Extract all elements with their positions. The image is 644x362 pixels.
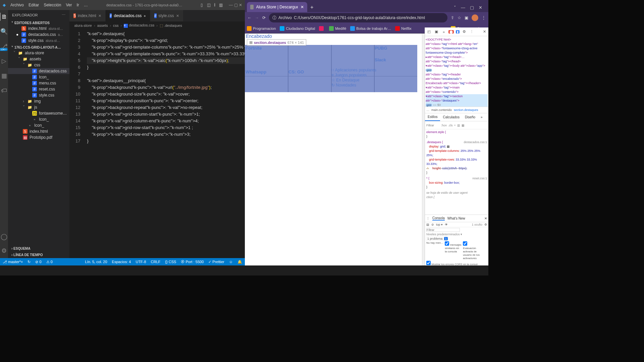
- menu-icon[interactable]: ⋮: [482, 15, 486, 20]
- device-icon[interactable]: ▣: [434, 29, 439, 35]
- status-bell-icon[interactable]: 🔔: [237, 260, 242, 264]
- editor-tab[interactable]: 5index.html✕: [69, 10, 105, 21]
- browser-tab[interactable]: Alura Store | Descargue nuestro… ✕: [247, 2, 307, 12]
- check-similar[interactable]: [445, 241, 449, 246]
- bookmark-item[interactable]: Programacion: [247, 26, 276, 31]
- eye-icon[interactable]: 👁: [445, 223, 448, 226]
- menu-seleccion[interactable]: Selección: [44, 3, 61, 7]
- inspect-icon[interactable]: ◰: [426, 29, 432, 35]
- url-bar[interactable]: ⓘ Archivo C:/Users/ONIX/Desktop/1761-ccs…: [269, 13, 447, 22]
- info-icon[interactable]: ⓘ: [272, 15, 276, 21]
- tree-item[interactable]: #destacados.css: [8, 68, 69, 74]
- log-levels[interactable]: Niveles predeterminados ▾: [426, 233, 487, 236]
- bookmark-item[interactable]: Ciudadano Digital: [280, 26, 315, 31]
- timeline-section[interactable]: › LÍNEA DE TIEMPO: [8, 252, 69, 258]
- tree-item[interactable]: ▫Icon_: [8, 116, 69, 122]
- info-badge[interactable]: ▮: [456, 30, 460, 34]
- drawer-menu-icon[interactable]: ⋮: [426, 217, 430, 220]
- menu-editar[interactable]: Editar: [29, 3, 39, 7]
- tree-item[interactable]: #style.css: [8, 92, 69, 98]
- bookmark-icon[interactable]: 🏷: [0, 86, 8, 95]
- context-selector[interactable]: top ▾: [436, 223, 443, 226]
- bookmark-item[interactable]: [319, 26, 325, 31]
- editor-tab[interactable]: #destacados.css●: [106, 10, 150, 21]
- menu-icon[interactable]: ⋮: [469, 29, 474, 35]
- maximize-icon[interactable]: ▢: [470, 5, 474, 10]
- tree-item[interactable]: ›📁img: [8, 98, 69, 104]
- status-prettier[interactable]: ✓ Prettier: [208, 260, 224, 264]
- tree-item[interactable]: 5index.html: [8, 128, 69, 134]
- status-sync[interactable]: ↻: [28, 260, 31, 264]
- tab-diseno[interactable]: Diseño: [462, 113, 478, 121]
- status-eol[interactable]: CRLF: [151, 260, 161, 264]
- grid-icon[interactable]: ▦: [462, 124, 465, 127]
- back-icon[interactable]: ←: [248, 15, 252, 20]
- status-encoding[interactable]: UTF-8: [136, 260, 146, 264]
- bookmark-item[interactable]: Netflix: [395, 26, 412, 31]
- account-icon[interactable]: ◯: [0, 233, 8, 241]
- status-branch[interactable]: ⎇ master*+: [3, 260, 23, 264]
- tab-more[interactable]: »: [478, 113, 485, 121]
- status-warnings[interactable]: ⚠ 0: [46, 260, 53, 264]
- search-icon[interactable]: 🔍: [0, 27, 8, 36]
- project-header[interactable]: ˅ 1761-CCS-GRID-LAYOUT-A…: [8, 45, 69, 50]
- tree-item[interactable]: JSfontawesome…: [8, 110, 69, 116]
- close-icon[interactable]: ✕: [484, 217, 487, 220]
- chevron-down-icon[interactable]: ˅: [454, 5, 456, 10]
- menu-archivo[interactable]: Archivo: [10, 3, 24, 7]
- page-viewport[interactable]: Encabezado ▦ section.destaques 674 × 141…: [245, 34, 422, 265]
- close-icon[interactable]: ✕: [482, 29, 487, 35]
- open-editor-item[interactable]: #style.css alura-st…: [8, 38, 69, 44]
- vscode-menus[interactable]: Archivo Editar Selección Ver Ir …: [10, 3, 88, 7]
- check-eval[interactable]: [463, 241, 467, 246]
- source-control-icon[interactable]: ⎇10K+: [0, 42, 8, 50]
- open-editor-item[interactable]: ●#destacados.css a…: [8, 32, 69, 38]
- status-feedback-icon[interactable]: ☺: [229, 260, 233, 264]
- status-cursor[interactable]: Lín. 5, col. 20: [85, 260, 107, 264]
- bookmark-item[interactable]: Medifé: [329, 26, 346, 31]
- error-badge[interactable]: ⬤: [448, 30, 454, 34]
- forward-icon[interactable]: →: [255, 15, 259, 20]
- tree-item[interactable]: #reset.css: [8, 86, 69, 92]
- explorer-icon[interactable]: 🗎: [0, 13, 8, 21]
- gear-icon[interactable]: ⚙: [484, 223, 487, 226]
- status-errors[interactable]: ⊘ 0: [35, 260, 41, 264]
- tree-item[interactable]: ˅📁assets: [8, 56, 69, 62]
- styles-pane[interactable]: element.style {}.destaques {destacados.c…: [425, 129, 488, 215]
- tree-item[interactable]: ˅📁alura-store: [8, 50, 69, 56]
- reload-icon[interactable]: ⟳: [262, 15, 266, 20]
- tab-whatsnew[interactable]: What's New: [447, 217, 465, 220]
- extensions-icon[interactable]: ▦: [0, 72, 8, 80]
- hov-toggle[interactable]: :hov: [441, 124, 447, 127]
- avatar-icon[interactable]: [472, 14, 478, 21]
- tab-estilos[interactable]: Estilos: [425, 113, 440, 121]
- window-controls[interactable]: — ▢ ✕: [229, 3, 242, 7]
- tab-consola[interactable]: Consola: [432, 216, 445, 221]
- close-icon[interactable]: ✕: [479, 5, 482, 10]
- dom-breadcrumb[interactable]: … main.contenido section.destaques: [425, 107, 488, 113]
- more-tabs[interactable]: »: [441, 29, 446, 35]
- open-editor-item[interactable]: 5index.html alura-st…: [8, 25, 69, 32]
- menu-ir[interactable]: Ir: [76, 3, 79, 7]
- open-editors-header[interactable]: ˅ EDITORES ABIERTOS: [8, 20, 69, 25]
- status-lang[interactable]: {} CSS: [165, 260, 176, 264]
- tab-calculados[interactable]: Calculados: [440, 113, 462, 121]
- minimize-icon[interactable]: —: [461, 5, 465, 10]
- flex-icon[interactable]: ▥: [457, 124, 460, 127]
- new-tab-button[interactable]: +: [307, 3, 317, 12]
- styles-filter-input[interactable]: [426, 124, 440, 127]
- status-spaces[interactable]: Espacios: 4: [112, 260, 131, 264]
- menu-more[interactable]: …: [84, 3, 88, 7]
- tree-item[interactable]: #menu.css: [8, 80, 69, 86]
- new-rule-icon[interactable]: +: [454, 124, 456, 127]
- cls-toggle[interactable]: .cls: [448, 124, 453, 127]
- share-icon[interactable]: ⇪: [451, 15, 454, 20]
- editor-tab[interactable]: #style.css✕: [150, 10, 183, 21]
- clear-icon[interactable]: ⊘: [431, 223, 434, 226]
- console-filter-input[interactable]: [426, 228, 460, 232]
- console-body[interactable]: ▤ ⊘ top ▾ 👁 1 oculto ⚙ Niveles predeterm…: [425, 222, 488, 265]
- tree-item[interactable]: ▫Icon_: [8, 122, 69, 128]
- tree-item[interactable]: ▤Prototipo.pdf: [8, 134, 69, 140]
- menu-ver[interactable]: Ver: [66, 3, 72, 7]
- reader-icon[interactable]: ▣: [465, 15, 468, 20]
